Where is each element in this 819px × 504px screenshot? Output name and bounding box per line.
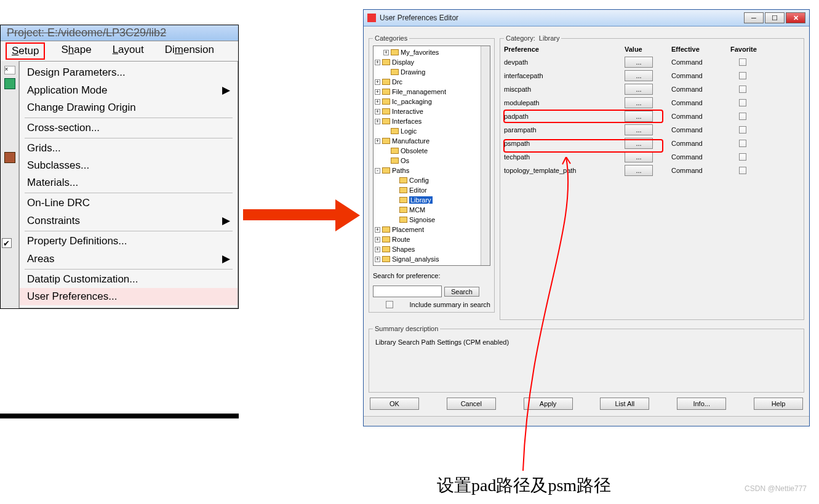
favorite-checkbox-topology_template_path[interactable] (739, 167, 746, 174)
menuitem-application-mode[interactable]: Application Mode▶ (20, 81, 238, 99)
favorite-checkbox-psmpath[interactable] (739, 140, 746, 147)
tree-item-my_favorites[interactable]: +My_favorites (375, 47, 489, 57)
expand-icon[interactable]: + (375, 109, 380, 114)
dlg-hscrollbar[interactable] (364, 416, 809, 426)
expand-icon[interactable]: + (375, 138, 380, 144)
tree-item-mcm[interactable]: MCM (375, 205, 489, 215)
value-button-modulepath[interactable]: ... (625, 97, 653, 108)
value-button-miscpath[interactable]: ... (625, 84, 653, 95)
expand-icon (383, 70, 389, 75)
tree-item-route[interactable]: +Route (375, 234, 489, 244)
tree-item-shapes[interactable]: +Shapes (375, 244, 489, 254)
category-legend: Category: Library (504, 34, 561, 42)
folder-icon (382, 138, 390, 144)
cancel-button[interactable]: Cancel (447, 398, 496, 410)
tree-item-manufacture[interactable]: +Manufacture (375, 136, 489, 146)
menuitem-design-parameters[interactable]: Design Parameters... (20, 64, 238, 81)
tree-item-logic[interactable]: Logic (375, 126, 489, 136)
tree-item-file_management[interactable]: +File_management (375, 87, 489, 97)
expand-icon[interactable]: + (375, 237, 380, 242)
expand-icon[interactable]: + (375, 119, 380, 124)
tree-item-signal_analysis[interactable]: +Signal_analysis (375, 254, 489, 264)
tool-icon-1[interactable] (4, 78, 15, 89)
menuitem-user-preferences[interactable]: User Preferences... (20, 288, 238, 305)
value-button-devpath[interactable]: ... (625, 57, 653, 68)
menuitem-grids[interactable]: Grids... (20, 140, 238, 157)
listall-button[interactable]: List All (600, 398, 649, 410)
tree-item-ic_packaging[interactable]: +Ic_packaging (375, 97, 489, 106)
menu-layout[interactable]: Layout (108, 42, 149, 60)
tree-item-library[interactable]: Library (375, 195, 489, 205)
folder-icon (399, 207, 407, 213)
value-button-interfacepath[interactable]: ... (625, 70, 653, 81)
favorite-checkbox-modulepath[interactable] (739, 99, 746, 106)
menuitem-cross-section[interactable]: Cross-section... (20, 119, 238, 137)
menuitem-materials[interactable]: Materials... (20, 174, 238, 191)
tool-icon-2[interactable] (4, 152, 15, 163)
tree-item-placement[interactable]: +Placement (375, 225, 489, 234)
expand-icon (392, 188, 398, 193)
search-input[interactable] (373, 286, 442, 297)
search-button[interactable]: Search (444, 287, 479, 297)
tree-item-config[interactable]: Config (375, 175, 489, 185)
window-close-button[interactable]: ✕ (786, 12, 805, 23)
pref-name-parampath: parampath (504, 123, 621, 137)
tree-item-label: Paths (392, 167, 409, 174)
help-button[interactable]: Help (754, 398, 803, 410)
effective-psmpath: Command (671, 137, 727, 150)
expand-icon[interactable]: + (375, 89, 380, 95)
expand-icon[interactable]: + (375, 99, 380, 105)
ok-button[interactable]: OK (370, 398, 419, 410)
menuitem-subclasses[interactable]: Subclasses... (20, 157, 238, 174)
tree-item-drc[interactable]: +Drc (375, 77, 489, 87)
menu-dimension[interactable]: Dimension (160, 42, 219, 60)
window-maximize-button[interactable]: ☐ (765, 12, 785, 23)
tree-item-display[interactable]: +Display (375, 57, 489, 67)
menu-setup[interactable]: Setup (6, 42, 45, 60)
tree-scrollbar[interactable] (481, 46, 490, 265)
menuitem-areas[interactable]: Areas▶ (20, 250, 238, 268)
menu-shape[interactable]: Shape (56, 42, 96, 60)
tree-item-obsolete[interactable]: Obsolete (375, 146, 489, 156)
tree-item-signoise[interactable]: Signoise (375, 215, 489, 225)
favorite-checkbox-devpath[interactable] (739, 58, 746, 66)
tree-item-editor[interactable]: Editor (375, 185, 489, 195)
menuitem-property-definitions[interactable]: Property Definitions... (20, 233, 238, 250)
expand-icon[interactable]: + (375, 257, 380, 262)
tree-item-interactive[interactable]: +Interactive (375, 106, 489, 116)
favorite-checkbox-techpath[interactable] (739, 153, 746, 161)
expand-icon[interactable]: + (375, 60, 380, 65)
apply-button[interactable]: Apply (524, 398, 573, 410)
expand-icon[interactable]: + (375, 247, 380, 252)
menuitem-constraints[interactable]: Constraints▶ (20, 212, 238, 230)
psmpath-highlight (503, 139, 663, 153)
expand-icon[interactable]: + (383, 50, 389, 55)
favorite-checkbox-miscpath[interactable] (739, 86, 746, 93)
value-button-techpath[interactable]: ... (625, 151, 653, 162)
info-button[interactable]: Info... (677, 398, 726, 410)
favorite-checkbox-interfacepath[interactable] (739, 72, 746, 79)
tree-item-label: Ic_packaging (392, 98, 432, 105)
online-drc-checkbox[interactable]: ✔ (2, 238, 12, 248)
expand-icon[interactable]: + (375, 227, 380, 233)
expand-icon[interactable]: + (375, 79, 380, 85)
menuitem-online-drc[interactable]: On-Line DRC (20, 194, 238, 212)
value-button-parampath[interactable]: ... (625, 124, 653, 135)
categories-tree[interactable]: +My_favorites+DisplayDrawing+Drc+File_ma… (373, 46, 490, 266)
value-button-topology_template_path[interactable]: ... (625, 165, 653, 176)
favorite-checkbox-padpath[interactable] (739, 113, 746, 120)
favorite-checkbox-parampath[interactable] (739, 126, 746, 134)
close-icon[interactable]: × (4, 66, 15, 74)
left-titlebar: Project: E:/videome/LP3C29/lib2 (1, 25, 238, 41)
menuitem-datatip[interactable]: Datatip Customization... (20, 271, 238, 288)
expand-icon (392, 198, 398, 203)
menuitem-change-drawing-origin[interactable]: Change Drawing Origin (20, 99, 238, 116)
tree-item-os[interactable]: Os (375, 156, 489, 166)
expand-icon[interactable]: - (375, 168, 380, 174)
include-summary-checkbox[interactable] (386, 301, 393, 308)
user-preferences-dialog: User Preferences Editor ─ ☐ ✕ Categories… (363, 9, 810, 426)
tree-item-interfaces[interactable]: +Interfaces (375, 116, 489, 126)
tree-item-paths[interactable]: -Paths (375, 166, 489, 175)
window-minimize-button[interactable]: ─ (744, 12, 764, 23)
tree-item-drawing[interactable]: Drawing (375, 67, 489, 77)
